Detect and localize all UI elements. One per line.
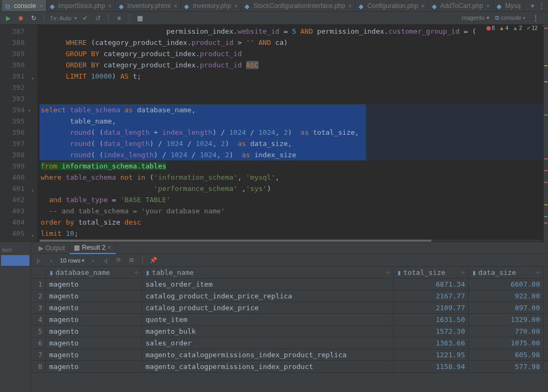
reload-icon[interactable]: ⟳ bbox=[115, 256, 123, 265]
last-page-icon[interactable]: ›| bbox=[102, 256, 110, 265]
code-line[interactable]: table_name, bbox=[40, 116, 366, 127]
cell-table-name[interactable]: quote_item bbox=[142, 314, 394, 325]
code-line[interactable]: and table_type = 'BASE TABLE' bbox=[40, 194, 548, 205]
cell-table-name[interactable]: catalog_product_index_price_replica bbox=[142, 290, 394, 302]
cell-total-size[interactable]: 6871.34 bbox=[394, 279, 469, 290]
left-tool-strip[interactable]: tem bbox=[0, 242, 31, 392]
commit-icon[interactable]: ✔ bbox=[80, 13, 90, 23]
code-line[interactable]: 'performance_schema' ,'sys') bbox=[40, 183, 548, 194]
cell-database-name[interactable]: magento bbox=[46, 314, 142, 325]
fold-toggle-icon[interactable]: ▾ bbox=[31, 73, 36, 78]
file-tab[interactable]: ◆AddToCart.php× bbox=[429, 0, 494, 12]
tx-mode-label[interactable]: Tx: Auto bbox=[50, 15, 71, 21]
code-line[interactable]: round( (data_length + index_length) / 10… bbox=[40, 127, 366, 138]
cell-database-name[interactable]: magento bbox=[46, 290, 142, 302]
column-header[interactable]: ▮data_size÷ bbox=[469, 267, 544, 278]
cell-data-size[interactable]: 1329.00 bbox=[469, 314, 544, 325]
code-line[interactable]: permission_index.website_id = 5 AND perm… bbox=[40, 26, 548, 37]
cell-data-size[interactable]: 577.98 bbox=[469, 361, 544, 372]
sort-icon[interactable]: ÷ bbox=[536, 268, 540, 276]
cell-total-size[interactable]: 1631.50 bbox=[394, 314, 469, 325]
file-tab[interactable]: ◆Mysq bbox=[493, 0, 524, 12]
table-row[interactable]: 7magentomagento_catalogpermissions_index… bbox=[31, 349, 548, 361]
fold-toggle-icon[interactable]: ▾ bbox=[31, 230, 36, 235]
cell-database-name[interactable]: magento bbox=[46, 326, 142, 337]
column-header[interactable]: ▮total_size÷ bbox=[394, 267, 469, 278]
close-icon[interactable]: × bbox=[39, 3, 42, 9]
cell-database-name[interactable]: magento bbox=[46, 349, 142, 360]
file-tab[interactable]: ⧉console× bbox=[2, 0, 47, 12]
run-icon[interactable]: ▶ bbox=[3, 13, 13, 23]
sidebar-item-unknown[interactable]: tem bbox=[1, 244, 29, 255]
prev-page-icon[interactable]: ‹ bbox=[47, 256, 56, 265]
cell-data-size[interactable]: 6607.00 bbox=[469, 279, 544, 290]
chevron-down-icon[interactable]: ▾ bbox=[531, 2, 534, 10]
code-line[interactable]: round( (index_length) / 1024 / 1024, 2) … bbox=[40, 149, 366, 160]
copy-icon[interactable]: ⧉ bbox=[127, 256, 136, 265]
file-tab[interactable]: ◆ImportStock.php× bbox=[47, 0, 116, 12]
fold-toggle-icon[interactable]: ▾ bbox=[31, 185, 36, 190]
datasource-label[interactable]: magento ▾ bbox=[462, 14, 490, 21]
code-line[interactable]: order by total_size desc bbox=[40, 217, 548, 228]
table-row[interactable]: 5magentomagento_bulk1572.30770.00 bbox=[31, 326, 548, 337]
sort-icon[interactable]: ÷ bbox=[386, 268, 390, 276]
code-area[interactable]: permission_index.website_id = 5 AND perm… bbox=[37, 25, 548, 242]
code-line[interactable]: LIMIT 10000) AS t; bbox=[40, 71, 548, 82]
code-line[interactable]: ORDER BY category_product_index.product_… bbox=[40, 59, 548, 71]
sql-editor[interactable]: 3873883893903913923933943953963973983994… bbox=[0, 25, 548, 242]
more-icon[interactable]: ⋮ bbox=[531, 13, 541, 23]
close-icon[interactable]: × bbox=[348, 3, 352, 9]
cell-database-name[interactable]: magento bbox=[46, 337, 142, 349]
cell-total-size[interactable]: 1363.66 bbox=[394, 337, 469, 349]
rollback-icon[interactable]: ↺ bbox=[93, 13, 103, 23]
editor-minimap-stripe[interactable] bbox=[544, 25, 548, 242]
cell-table-name[interactable]: magento_catalogpermissions_index_product bbox=[142, 361, 394, 372]
close-icon[interactable]: × bbox=[486, 3, 490, 9]
console-target-label[interactable]: ⧉ console ▾ bbox=[495, 14, 526, 21]
stop2-icon[interactable]: ■ bbox=[114, 13, 124, 23]
sort-icon[interactable]: ÷ bbox=[134, 268, 139, 276]
close-icon[interactable]: × bbox=[108, 3, 111, 9]
result-tab[interactable]: ▶Output bbox=[34, 242, 70, 254]
chevron-down-icon[interactable]: ▾ bbox=[74, 16, 77, 21]
file-tab[interactable]: ◆Inventory.php× bbox=[181, 0, 241, 12]
fold-column[interactable]: ▾▾▾ bbox=[30, 25, 37, 242]
pin-icon[interactable]: 📌 bbox=[149, 256, 158, 265]
cell-database-name[interactable]: magento bbox=[46, 279, 142, 290]
column-header[interactable]: ▮table_name÷ bbox=[142, 267, 394, 278]
cell-total-size[interactable]: 2167.77 bbox=[394, 290, 469, 302]
result-tab[interactable]: ▦Result 2 × bbox=[70, 242, 116, 254]
cell-data-size[interactable]: 922.00 bbox=[469, 290, 544, 302]
table-row[interactable]: 2magentocatalog_product_index_price_repl… bbox=[31, 290, 548, 302]
cell-data-size[interactable]: 770.00 bbox=[469, 326, 544, 337]
cell-table-name[interactable]: magento_catalogpermissions_index_product… bbox=[142, 349, 394, 360]
more-icon[interactable]: ⋮ bbox=[538, 2, 545, 10]
cell-data-size[interactable]: 605.98 bbox=[469, 349, 544, 360]
result-grid[interactable]: ▮database_name÷▮table_name÷▮total_size÷▮… bbox=[31, 267, 548, 392]
table-row[interactable]: 4magentoquote_item1631.501329.00 bbox=[31, 314, 548, 326]
cell-data-size[interactable]: 897.00 bbox=[469, 302, 544, 313]
close-icon[interactable]: × bbox=[174, 3, 177, 9]
close-icon[interactable]: × bbox=[108, 244, 111, 251]
close-icon[interactable]: × bbox=[234, 3, 238, 9]
layout-icon[interactable]: ▦ bbox=[135, 13, 144, 23]
cell-table-name[interactable]: magento_bulk bbox=[142, 326, 394, 337]
code-line[interactable]: from information_schema.tables bbox=[40, 160, 548, 172]
cell-total-size[interactable]: 1158.94 bbox=[394, 361, 469, 372]
close-icon[interactable]: × bbox=[421, 3, 424, 9]
cell-total-size[interactable]: 2109.77 bbox=[394, 302, 469, 313]
table-row[interactable]: 8magentomagento_catalogpermissions_index… bbox=[31, 361, 548, 373]
table-row[interactable]: 6magentosales_order1363.661075.00 bbox=[31, 337, 548, 349]
first-page-icon[interactable]: |‹ bbox=[34, 256, 43, 265]
table-row[interactable]: 3magentocatalog_product_index_price2109.… bbox=[31, 302, 548, 314]
cell-table-name[interactable]: sales_order_item bbox=[142, 279, 394, 290]
stop-icon[interactable]: ⏺ bbox=[16, 13, 26, 23]
code-line[interactable]: WHERE (category_product_index.product_id… bbox=[40, 37, 548, 48]
code-line[interactable]: round( (data_length) / 1024 / 1024, 2) a… bbox=[40, 138, 366, 149]
cell-database-name[interactable]: magento bbox=[46, 302, 142, 313]
file-tab[interactable]: ◆Configuration.php× bbox=[355, 0, 428, 12]
cell-table-name[interactable]: sales_order bbox=[142, 337, 394, 349]
cell-total-size[interactable]: 1572.30 bbox=[394, 326, 469, 337]
next-page-icon[interactable]: › bbox=[89, 256, 97, 265]
cell-table-name[interactable]: catalog_product_index_price bbox=[142, 302, 394, 313]
